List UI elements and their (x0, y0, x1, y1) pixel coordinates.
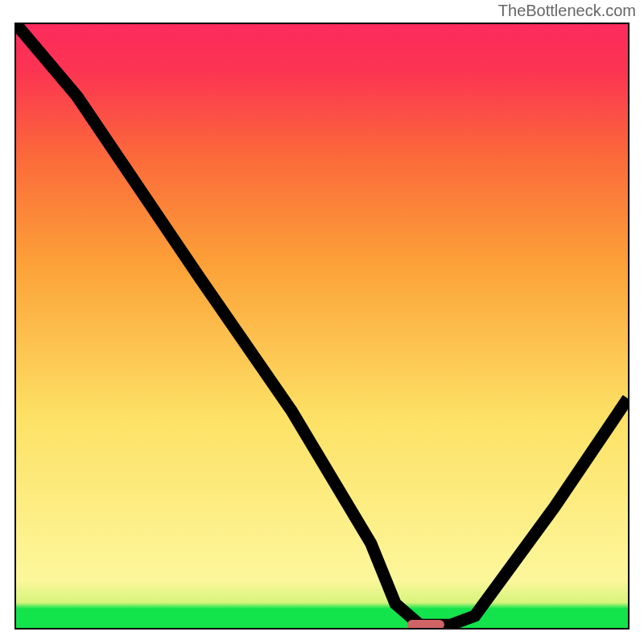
plot-area (16, 24, 628, 628)
curve-layer (16, 24, 628, 628)
bottleneck-curve-path (16, 24, 628, 625)
bottleneck-chart: TheBottleneck.com (0, 0, 644, 644)
watermark-text: TheBottleneck.com (498, 2, 636, 20)
optimal-range-marker (407, 620, 444, 629)
